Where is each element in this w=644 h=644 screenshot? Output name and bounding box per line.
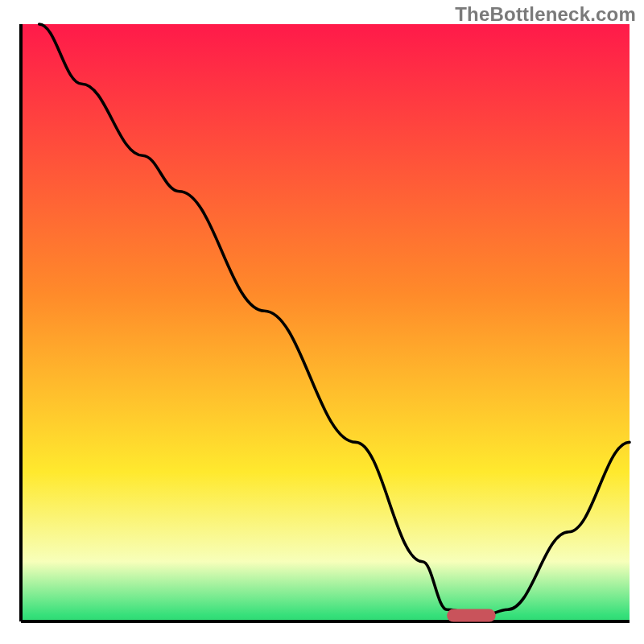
minimum-marker — [447, 609, 496, 622]
plot-background — [21, 24, 630, 621]
chart-container: TheBottleneck.com — [0, 0, 644, 644]
bottleneck-chart — [0, 0, 644, 644]
